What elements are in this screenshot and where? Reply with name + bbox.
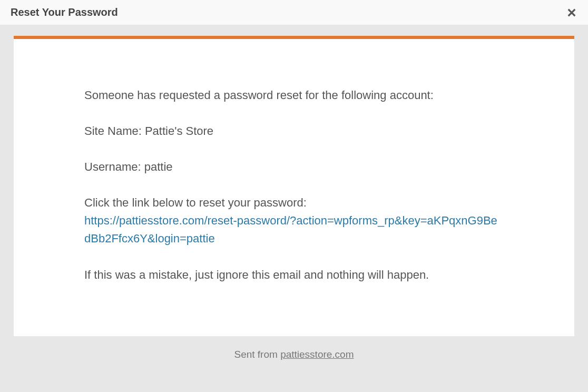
- footer-prefix: Sent from: [234, 349, 280, 360]
- close-icon: [566, 7, 577, 18]
- modal-title: Reset Your Password: [11, 6, 118, 18]
- reset-password-link[interactable]: https://pattiesstore.com/reset-password/…: [84, 214, 497, 245]
- footer-domain-link[interactable]: pattiesstore.com: [280, 349, 354, 360]
- email-footer: Sent from pattiesstore.com: [14, 336, 574, 360]
- content-area: Someone has requested a password reset f…: [0, 25, 588, 360]
- click-instruction: Click the link below to reset your passw…: [84, 194, 504, 212]
- modal-header: Reset Your Password: [0, 0, 588, 25]
- email-card: Someone has requested a password reset f…: [14, 36, 574, 336]
- email-intro: Someone has requested a password reset f…: [84, 86, 504, 104]
- reset-link-block: Click the link below to reset your passw…: [84, 194, 504, 248]
- site-name-line: Site Name: Pattie's Store: [84, 122, 504, 140]
- mistake-text: If this was a mistake, just ignore this …: [84, 266, 504, 284]
- close-button[interactable]: [566, 7, 577, 18]
- email-body: Someone has requested a password reset f…: [84, 86, 504, 284]
- username-line: Username: pattie: [84, 158, 504, 176]
